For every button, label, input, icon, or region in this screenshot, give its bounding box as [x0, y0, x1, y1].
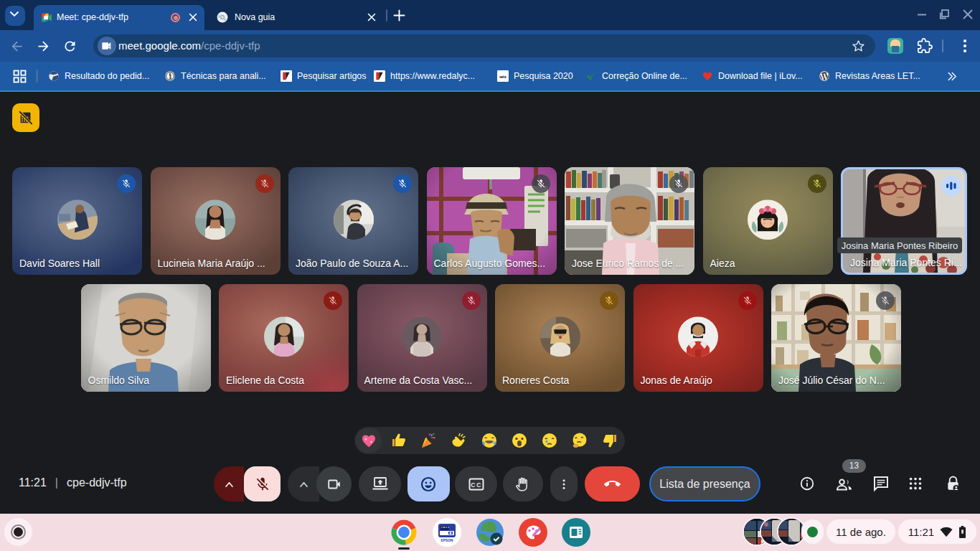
svg-text:EPSON: EPSON [441, 539, 453, 542]
svg-text:C: C [476, 481, 481, 488]
svg-text:C: C [471, 481, 475, 488]
svg-text:wix: wix [499, 75, 507, 79]
